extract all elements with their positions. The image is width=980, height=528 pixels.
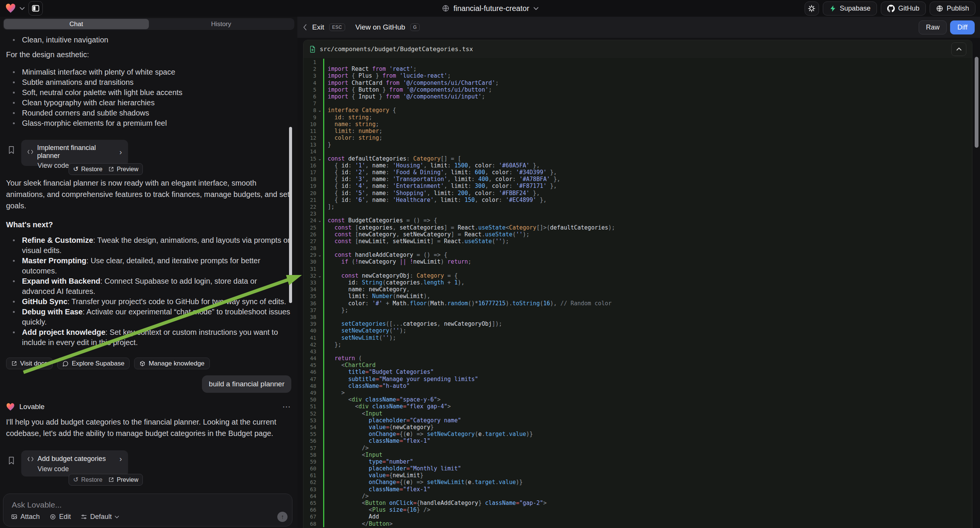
chevron-down-icon	[115, 515, 119, 518]
code-line: 26 const [newCategory, setNewCategory] =…	[304, 231, 972, 238]
code-line: 58 <Input	[304, 452, 972, 458]
bullet-item: Clean typography with clear hierarchies	[6, 98, 291, 108]
bullet-item: Minimalist interface with plenty of whit…	[6, 67, 291, 77]
code-line: 24⌄const BudgetCategories = () => {	[304, 217, 972, 224]
code-line: 64 />	[304, 493, 972, 499]
chat-scroll-area[interactable]: Clean, intuitive navigation For the desi…	[0, 31, 298, 492]
tool-card-title: Implement financial planner	[37, 144, 116, 160]
chevron-left-icon[interactable]	[303, 24, 307, 30]
restore-button[interactable]: ↺ Restore	[73, 476, 102, 484]
bullet-item: Expand with Backend: Connect Supabase to…	[6, 276, 291, 297]
whats-next-heading: What's next?	[6, 220, 291, 230]
explore-supabase-label: Explore Supabase	[72, 360, 124, 367]
tool-card-implement-wrap: Implement financial planner › View code …	[6, 140, 291, 166]
code-line: 11 limit: number;	[304, 128, 972, 134]
bookmark-icon[interactable]	[8, 146, 15, 154]
visit-docs-button[interactable]: Visit docs	[6, 358, 52, 369]
code-line: 29⌄ const handleAddCategory = () => {	[304, 251, 972, 258]
code-line: 40 setNewCategory('');	[304, 327, 972, 334]
chat-scrollbar[interactable]	[289, 127, 292, 303]
exit-button[interactable]: Exit	[312, 23, 324, 32]
preview-label: Preview	[117, 477, 138, 483]
fold-chevron-icon[interactable]: ⌄	[316, 272, 323, 279]
external-link-icon	[108, 166, 114, 172]
fold-chevron-icon[interactable]: ⌄	[316, 251, 323, 258]
manage-knowledge-button[interactable]: Manage knowledge	[134, 358, 210, 369]
code-line: 18 { id: '3', name: 'Transportation', li…	[304, 176, 972, 183]
collapse-file-button[interactable]	[951, 43, 966, 56]
project-menu[interactable]: financial-future-creator	[442, 4, 538, 13]
fold-chevron-icon[interactable]: ⌄	[316, 217, 323, 224]
tab-chat[interactable]: Chat	[4, 19, 149, 29]
view-on-github-button[interactable]: View on GitHub	[355, 23, 405, 32]
raw-button[interactable]: Raw	[919, 21, 947, 35]
code-line: 10 name: string;	[304, 121, 972, 128]
restore-icon: ↺	[73, 165, 78, 173]
preview-button[interactable]: Preview	[108, 166, 138, 173]
code-line: 7	[304, 100, 972, 107]
settings-button[interactable]	[805, 2, 819, 16]
code-line: 34 name: newCategory,	[304, 286, 972, 293]
preview-button[interactable]: Preview	[108, 477, 138, 483]
workspace-chevron-down-icon[interactable]	[20, 7, 25, 10]
supabase-label: Supabase	[840, 5, 870, 13]
attach-button[interactable]: Attach	[11, 513, 40, 521]
code-line: 55 onChange={(e) => setNewCategory(e.tar…	[304, 431, 972, 437]
code-line: 46 title="Budget Categories"	[304, 369, 972, 375]
assistant-header: Lovable ⋯	[6, 402, 291, 412]
diff-button[interactable]: Diff	[950, 21, 975, 35]
bullet-item: Master Prompting: Use clear, detailed, a…	[6, 256, 291, 276]
send-button[interactable]: ↑	[277, 512, 288, 522]
code-line: 38	[304, 313, 972, 320]
model-label: Default	[90, 513, 112, 521]
restore-button[interactable]: ↺ Restore	[73, 165, 102, 173]
explore-supabase-button[interactable]: Explore Supabase	[57, 358, 130, 369]
top-bar-right: Supabase GitHub Publish	[805, 2, 980, 16]
code-file-header[interactable]: src/components/budget/BudgetCategories.t…	[304, 40, 972, 58]
bullet-item: Soft, neutral color palette with light b…	[6, 87, 291, 98]
view-code-link[interactable]: View code	[38, 465, 122, 473]
project-globe-icon	[442, 5, 449, 12]
code-panel-header: Exit ESC View on GitHub G Raw Diff	[298, 17, 980, 38]
target-icon	[49, 514, 56, 520]
tool-card-implement[interactable]: Implement financial planner › View code	[21, 140, 128, 166]
bookmark-icon[interactable]	[8, 456, 15, 465]
aesthetic-intro: For the design aesthetic:	[6, 49, 291, 60]
edit-button[interactable]: Edit	[49, 513, 71, 521]
fold-chevron-icon[interactable]: ⌄	[316, 155, 323, 162]
chat-panel: Chat History Clean, intuitive navigation…	[0, 17, 298, 528]
esc-key-badge: ESC	[329, 24, 345, 31]
github-button[interactable]: GitHub	[881, 2, 926, 16]
g-key-badge: G	[410, 24, 420, 31]
message-menu-icon[interactable]: ⋯	[282, 402, 291, 412]
model-selector[interactable]: Default	[81, 513, 119, 521]
code-line: 8⌄interface Category {	[304, 107, 972, 114]
fold-chevron-icon[interactable]: ⌄	[316, 107, 323, 114]
code-line: 50 <div className="space-y-6">	[304, 396, 972, 403]
code-line: 63 className="flex-1"	[304, 486, 972, 493]
code-icon	[27, 149, 33, 154]
code-icon	[27, 456, 34, 462]
package-icon	[139, 361, 145, 367]
composer-placeholder: Ask Lovable...	[12, 500, 62, 509]
bullet-item: Add project knowledge: Set key context o…	[6, 327, 291, 348]
tab-history[interactable]: History	[149, 19, 294, 29]
tool-card-add-wrap: Add budget categories › View code ↺ Rest…	[6, 450, 291, 477]
next-steps-list: Refine & Customize: Tweak the design, an…	[6, 235, 291, 348]
supabase-button[interactable]: Supabase	[823, 2, 877, 16]
publish-button[interactable]: Publish	[930, 2, 975, 16]
manage-knowledge-label: Manage knowledge	[148, 360, 204, 367]
toggle-sidebar-button[interactable]	[29, 1, 43, 16]
code-line: 4import ChartCard from '@/components/ui/…	[304, 80, 972, 86]
restore-icon: ↺	[73, 476, 78, 484]
tool-card-title: Add budget categories	[38, 455, 106, 463]
tool-card-add-budget[interactable]: Add budget categories › View code	[21, 450, 128, 477]
composer[interactable]: Ask Lovable... Attach Edit Default ↑	[3, 493, 293, 526]
code-lines[interactable]: 12import React from 'react';3import { Pl…	[304, 58, 972, 528]
code-scrollbar[interactable]	[975, 57, 978, 148]
preview-label: Preview	[117, 166, 138, 173]
chevron-right-icon: ›	[119, 148, 122, 156]
supabase-bolt-icon	[829, 5, 837, 12]
chevron-up-icon	[956, 47, 961, 51]
code-line: 30 if (!newCategory || !newLimit) return…	[304, 258, 972, 265]
